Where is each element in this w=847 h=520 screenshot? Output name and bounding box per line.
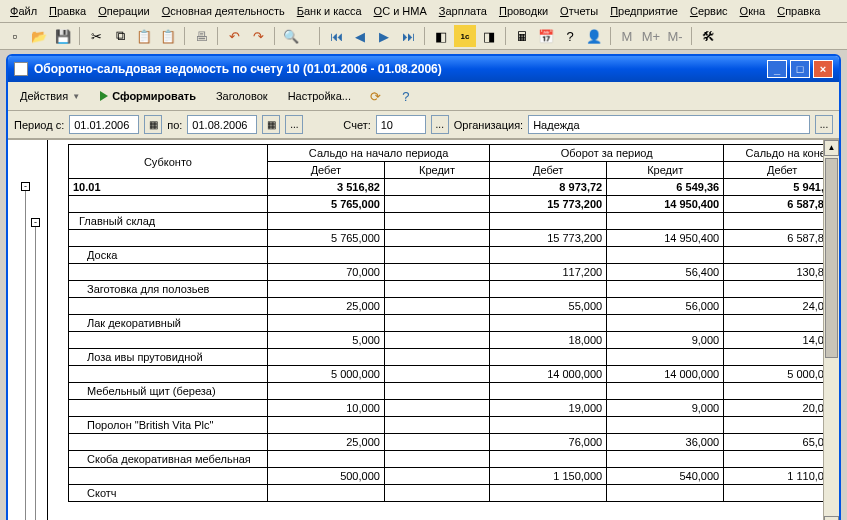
table-row[interactable]: 5 000,00014 000,00014 000,0005 000,000 xyxy=(69,366,840,383)
settings-button[interactable]: Настройка... xyxy=(282,87,357,105)
menu-окна[interactable]: Окна xyxy=(734,2,772,20)
close-button[interactable]: × xyxy=(813,60,833,78)
calendar-to-button[interactable]: ▦ xyxy=(262,115,280,134)
nav3-icon[interactable]: ▶ xyxy=(373,25,395,47)
period-from-input[interactable] xyxy=(69,115,139,134)
org-input[interactable] xyxy=(528,115,810,134)
nav2-icon[interactable]: ◀ xyxy=(349,25,371,47)
table-row[interactable]: 10.013 516,828 973,726 549,365 941,18 xyxy=(69,179,840,196)
params-panel: Период с: ▦ по: ▦ ... Счет: ... Организа… xyxy=(8,111,839,139)
org-picker-button[interactable]: ... xyxy=(815,115,833,134)
menu-операции[interactable]: Операции xyxy=(92,2,155,20)
1c-icon[interactable]: 1c xyxy=(454,25,476,47)
table-row[interactable]: 25,00055,00056,00024,000 xyxy=(69,298,840,315)
table-row[interactable]: Заготовка для полозьев xyxy=(69,281,840,298)
table-row[interactable]: 5 765,00015 773,20014 950,4006 587,800 xyxy=(69,196,840,213)
titlebar: Оборотно-сальдовая ведомость по счету 10… xyxy=(8,56,839,82)
refresh-icon[interactable]: ⟳ xyxy=(365,85,387,107)
nav1-icon[interactable]: ⏮ xyxy=(325,25,347,47)
menu-банк и касса[interactable]: Банк и касса xyxy=(291,2,368,20)
table-row[interactable]: 5,00018,0009,00014,000 xyxy=(69,332,840,349)
menu-справка[interactable]: Справка xyxy=(771,2,826,20)
menu-проводки[interactable]: Проводки xyxy=(493,2,554,20)
calendar-from-button[interactable]: ▦ xyxy=(144,115,162,134)
help2-icon[interactable]: ? xyxy=(395,85,417,107)
period-picker-button[interactable]: ... xyxy=(285,115,303,134)
header-button[interactable]: Заголовок xyxy=(210,87,274,105)
table-row[interactable]: 10,00019,0009,00020,000 xyxy=(69,400,840,417)
menu-ос и нма[interactable]: ОС и НМА xyxy=(368,2,433,20)
menu-предприятие[interactable]: Предприятие xyxy=(604,2,684,20)
account-picker-button[interactable]: ... xyxy=(431,115,449,134)
vertical-scrollbar[interactable]: ▲ ▼ xyxy=(823,140,839,520)
outline-toggle-1[interactable]: - xyxy=(21,182,30,191)
table-row[interactable]: 500,0001 150,000540,0001 110,000 xyxy=(69,468,840,485)
table-row[interactable]: 25,00076,00036,00065,000 xyxy=(69,434,840,451)
user-icon[interactable]: 👤 xyxy=(583,25,605,47)
menu-сервис[interactable]: Сервис xyxy=(684,2,734,20)
m-icon[interactable]: M xyxy=(616,25,638,47)
outline-toggle-2[interactable]: - xyxy=(31,218,40,227)
report-table: Субконто Сальдо на начало периода Оборот… xyxy=(68,144,839,502)
main-menu: ФайлПравкаОперацииОсновная деятельностьБ… xyxy=(0,0,847,23)
cut-icon[interactable]: ✂ xyxy=(85,25,107,47)
form-label: Сформировать xyxy=(112,90,196,102)
table-row[interactable]: Лоза ивы прутовидной xyxy=(69,349,840,366)
table-row[interactable]: 5 765,00015 773,20014 950,4006 587,800 xyxy=(69,230,840,247)
misc3-icon[interactable]: ◨ xyxy=(478,25,500,47)
account-label: Счет: xyxy=(343,119,370,131)
find-icon[interactable]: 🔍 xyxy=(280,25,302,47)
report-window: Оборотно-сальдовая ведомость по счету 10… xyxy=(6,54,841,520)
account-input[interactable] xyxy=(376,115,426,134)
scroll-up-button[interactable]: ▲ xyxy=(824,140,839,156)
form-button[interactable]: Сформировать xyxy=(94,87,202,105)
save-icon[interactable]: 💾 xyxy=(52,25,74,47)
col-subconto: Субконто xyxy=(69,145,268,179)
table-row[interactable]: Скотч xyxy=(69,485,840,502)
table-row[interactable]: Скоба декоративная мебельная xyxy=(69,451,840,468)
mminus-icon[interactable]: M- xyxy=(664,25,686,47)
paste-icon[interactable]: 📋 xyxy=(133,25,155,47)
table-row[interactable]: Поролон "British Vita Plc" xyxy=(69,417,840,434)
scroll-down-button[interactable]: ▼ xyxy=(824,516,839,520)
play-icon xyxy=(100,91,108,101)
scroll-thumb[interactable] xyxy=(825,158,838,358)
new-doc-icon[interactable]: ▫ xyxy=(4,25,26,47)
redo-icon[interactable]: ↷ xyxy=(247,25,269,47)
period-from-label: Период с: xyxy=(14,119,64,131)
menu-правка[interactable]: Правка xyxy=(43,2,92,20)
menu-основная деятельность[interactable]: Основная деятельность xyxy=(156,2,291,20)
maximize-button[interactable]: □ xyxy=(790,60,810,78)
nav4-icon[interactable]: ⏭ xyxy=(397,25,419,47)
window-toolbar: Действия ▼ Сформировать Заголовок Настро… xyxy=(8,82,839,111)
mplus-icon[interactable]: M+ xyxy=(640,25,662,47)
table-row[interactable]: Доска xyxy=(69,247,840,264)
print-icon[interactable]: 🖶 xyxy=(190,25,212,47)
open-icon[interactable]: 📂 xyxy=(28,25,50,47)
calc-icon[interactable]: 🖩 xyxy=(511,25,533,47)
menu-файл[interactable]: Файл xyxy=(4,2,43,20)
col-end: Сальдо на конец перио xyxy=(724,145,839,162)
help-icon[interactable]: ? xyxy=(559,25,581,47)
table-row[interactable]: Мебельный щит (береза) xyxy=(69,383,840,400)
period-to-input[interactable] xyxy=(187,115,257,134)
cal-icon[interactable]: 📅 xyxy=(535,25,557,47)
menu-зарплата[interactable]: Зарплата xyxy=(433,2,493,20)
tools-icon[interactable]: 🛠 xyxy=(697,25,719,47)
col-start: Сальдо на начало периода xyxy=(267,145,489,162)
report-area: - - Субконто Сальдо на начало периода Об… xyxy=(8,139,839,520)
col-turnover: Оборот за период xyxy=(490,145,724,162)
table-row[interactable]: 70,000117,20056,400130,800 xyxy=(69,264,840,281)
paste2-icon[interactable]: 📋 xyxy=(157,25,179,47)
misc1-icon[interactable]: ◧ xyxy=(430,25,452,47)
actions-menu[interactable]: Действия ▼ xyxy=(14,87,86,105)
copy-icon[interactable]: ⧉ xyxy=(109,25,131,47)
menu-отчеты[interactable]: Отчеты xyxy=(554,2,604,20)
main-toolbar: ▫ 📂 💾 ✂ ⧉ 📋 📋 🖶 ↶ ↷ 🔍 ⏮ ◀ ▶ ⏭ ◧ 1c ◨ 🖩 📅… xyxy=(0,23,847,50)
minimize-button[interactable]: _ xyxy=(767,60,787,78)
table-row[interactable]: Лак декоративный xyxy=(69,315,840,332)
table-row[interactable]: Главный склад xyxy=(69,213,840,230)
org-label: Организация: xyxy=(454,119,523,131)
outline-gutter: - - xyxy=(8,140,48,520)
undo-icon[interactable]: ↶ xyxy=(223,25,245,47)
